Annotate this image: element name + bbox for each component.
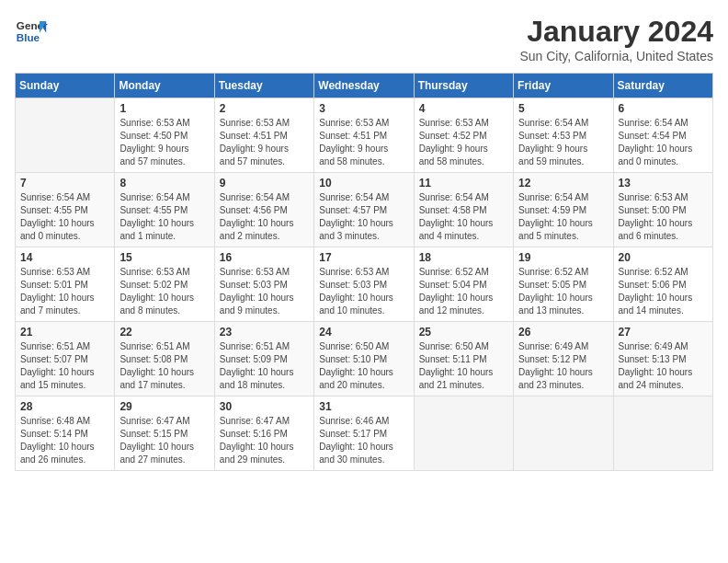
- day-number: 27: [619, 326, 708, 339]
- day-number: 21: [20, 326, 109, 339]
- calendar-day-cell: 21Sunrise: 6:51 AM Sunset: 5:07 PM Dayli…: [16, 322, 115, 396]
- calendar-day-cell: 31Sunrise: 6:46 AM Sunset: 5:17 PM Dayli…: [314, 396, 414, 471]
- day-number: 29: [119, 400, 209, 413]
- calendar-day-cell: 30Sunrise: 6:47 AM Sunset: 5:16 PM Dayli…: [214, 396, 313, 471]
- calendar-day-cell: 2Sunrise: 6:53 AM Sunset: 4:51 PM Daylig…: [214, 98, 313, 173]
- day-info: Sunrise: 6:49 AM Sunset: 5:12 PM Dayligh…: [518, 340, 608, 392]
- calendar-day-cell: 8Sunrise: 6:54 AM Sunset: 4:55 PM Daylig…: [115, 173, 214, 247]
- month-title: January 2024: [519, 15, 713, 49]
- title-block: January 2024 Sun City, California, Unite…: [519, 15, 713, 63]
- day-number: 4: [419, 102, 508, 115]
- day-info: Sunrise: 6:50 AM Sunset: 5:10 PM Dayligh…: [319, 340, 408, 392]
- calendar-day-cell: 6Sunrise: 6:54 AM Sunset: 4:54 PM Daylig…: [613, 98, 712, 173]
- day-number: 28: [20, 400, 109, 413]
- calendar-day-cell: 20Sunrise: 6:52 AM Sunset: 5:06 PM Dayli…: [613, 247, 712, 322]
- day-number: 10: [319, 177, 408, 190]
- day-number: 5: [518, 102, 608, 115]
- calendar-day-cell: 28Sunrise: 6:48 AM Sunset: 5:14 PM Dayli…: [16, 396, 115, 471]
- calendar-day-cell: 27Sunrise: 6:49 AM Sunset: 5:13 PM Dayli…: [613, 322, 712, 396]
- day-info: Sunrise: 6:47 AM Sunset: 5:16 PM Dayligh…: [220, 415, 309, 466]
- day-number: 1: [119, 102, 209, 115]
- day-info: Sunrise: 6:54 AM Sunset: 4:57 PM Dayligh…: [319, 191, 408, 243]
- day-info: Sunrise: 6:49 AM Sunset: 5:13 PM Dayligh…: [619, 340, 708, 392]
- day-info: Sunrise: 6:54 AM Sunset: 4:53 PM Dayligh…: [518, 117, 608, 168]
- calendar-week-row: 1Sunrise: 6:53 AM Sunset: 4:50 PM Daylig…: [16, 98, 713, 173]
- calendar-day-cell: 24Sunrise: 6:50 AM Sunset: 5:10 PM Dayli…: [314, 322, 414, 396]
- day-info: Sunrise: 6:51 AM Sunset: 5:08 PM Dayligh…: [119, 340, 209, 392]
- calendar-table: SundayMondayTuesdayWednesdayThursdayFrid…: [15, 73, 713, 471]
- location: Sun City, California, United States: [519, 49, 713, 63]
- day-number: 6: [619, 102, 708, 115]
- calendar-day-cell: [514, 396, 613, 471]
- calendar-day-cell: 18Sunrise: 6:52 AM Sunset: 5:04 PM Dayli…: [414, 247, 513, 322]
- day-info: Sunrise: 6:54 AM Sunset: 4:55 PM Dayligh…: [20, 191, 109, 243]
- calendar-day-cell: 16Sunrise: 6:53 AM Sunset: 5:03 PM Dayli…: [214, 247, 313, 322]
- day-info: Sunrise: 6:53 AM Sunset: 5:01 PM Dayligh…: [20, 266, 109, 317]
- day-info: Sunrise: 6:53 AM Sunset: 4:52 PM Dayligh…: [419, 117, 508, 168]
- weekday-header: Thursday: [414, 74, 513, 98]
- calendar-week-row: 7Sunrise: 6:54 AM Sunset: 4:55 PM Daylig…: [16, 173, 713, 247]
- day-number: 24: [319, 326, 408, 339]
- day-number: 3: [319, 102, 408, 115]
- calendar-day-cell: 17Sunrise: 6:53 AM Sunset: 5:03 PM Dayli…: [314, 247, 414, 322]
- day-info: Sunrise: 6:53 AM Sunset: 5:00 PM Dayligh…: [619, 191, 708, 243]
- day-info: Sunrise: 6:46 AM Sunset: 5:17 PM Dayligh…: [319, 415, 408, 466]
- day-info: Sunrise: 6:47 AM Sunset: 5:15 PM Dayligh…: [119, 415, 209, 466]
- weekday-header-row: SundayMondayTuesdayWednesdayThursdayFrid…: [16, 74, 713, 98]
- day-number: 22: [119, 326, 209, 339]
- day-info: Sunrise: 6:54 AM Sunset: 4:55 PM Dayligh…: [119, 191, 209, 243]
- day-number: 23: [220, 326, 309, 339]
- day-info: Sunrise: 6:52 AM Sunset: 5:04 PM Dayligh…: [419, 266, 508, 317]
- weekday-header: Monday: [115, 74, 214, 98]
- day-number: 8: [119, 177, 209, 190]
- day-number: 16: [220, 251, 309, 264]
- day-number: 12: [518, 177, 608, 190]
- day-info: Sunrise: 6:48 AM Sunset: 5:14 PM Dayligh…: [20, 415, 109, 466]
- logo: General Blue: [15, 15, 48, 48]
- day-number: 7: [20, 177, 109, 190]
- calendar-day-cell: 5Sunrise: 6:54 AM Sunset: 4:53 PM Daylig…: [514, 98, 613, 173]
- day-number: 18: [419, 251, 508, 264]
- day-number: 14: [20, 251, 109, 264]
- day-number: 30: [220, 400, 309, 413]
- calendar-day-cell: 19Sunrise: 6:52 AM Sunset: 5:05 PM Dayli…: [514, 247, 613, 322]
- day-number: 9: [220, 177, 309, 190]
- svg-text:Blue: Blue: [17, 31, 40, 43]
- day-info: Sunrise: 6:52 AM Sunset: 5:05 PM Dayligh…: [518, 266, 608, 317]
- weekday-header: Saturday: [613, 74, 712, 98]
- calendar-day-cell: 11Sunrise: 6:54 AM Sunset: 4:58 PM Dayli…: [414, 173, 513, 247]
- day-number: 11: [419, 177, 508, 190]
- day-info: Sunrise: 6:53 AM Sunset: 4:51 PM Dayligh…: [220, 117, 309, 168]
- day-number: 2: [220, 102, 309, 115]
- calendar-day-cell: [16, 98, 115, 173]
- calendar-day-cell: 10Sunrise: 6:54 AM Sunset: 4:57 PM Dayli…: [314, 173, 414, 247]
- calendar-day-cell: 15Sunrise: 6:53 AM Sunset: 5:02 PM Dayli…: [115, 247, 214, 322]
- weekday-header: Sunday: [16, 74, 115, 98]
- calendar-day-cell: 29Sunrise: 6:47 AM Sunset: 5:15 PM Dayli…: [115, 396, 214, 471]
- day-info: Sunrise: 6:51 AM Sunset: 5:07 PM Dayligh…: [20, 340, 109, 392]
- day-info: Sunrise: 6:50 AM Sunset: 5:11 PM Dayligh…: [419, 340, 508, 392]
- weekday-header: Tuesday: [214, 74, 313, 98]
- day-number: 15: [119, 251, 209, 264]
- day-number: 31: [319, 400, 408, 413]
- day-number: 19: [518, 251, 608, 264]
- calendar-day-cell: 26Sunrise: 6:49 AM Sunset: 5:12 PM Dayli…: [514, 322, 613, 396]
- day-info: Sunrise: 6:53 AM Sunset: 5:03 PM Dayligh…: [220, 266, 309, 317]
- calendar-day-cell: 13Sunrise: 6:53 AM Sunset: 5:00 PM Dayli…: [613, 173, 712, 247]
- logo-icon: General Blue: [15, 15, 48, 48]
- calendar-week-row: 21Sunrise: 6:51 AM Sunset: 5:07 PM Dayli…: [16, 322, 713, 396]
- page-header: General Blue January 2024 Sun City, Cali…: [15, 15, 713, 63]
- day-info: Sunrise: 6:53 AM Sunset: 4:50 PM Dayligh…: [119, 117, 209, 168]
- day-number: 17: [319, 251, 408, 264]
- day-number: 26: [518, 326, 608, 339]
- day-number: 25: [419, 326, 508, 339]
- day-info: Sunrise: 6:52 AM Sunset: 5:06 PM Dayligh…: [619, 266, 708, 317]
- day-info: Sunrise: 6:54 AM Sunset: 4:59 PM Dayligh…: [518, 191, 608, 243]
- day-number: 13: [619, 177, 708, 190]
- calendar-day-cell: 9Sunrise: 6:54 AM Sunset: 4:56 PM Daylig…: [214, 173, 313, 247]
- calendar-day-cell: 14Sunrise: 6:53 AM Sunset: 5:01 PM Dayli…: [16, 247, 115, 322]
- day-info: Sunrise: 6:54 AM Sunset: 4:56 PM Dayligh…: [220, 191, 309, 243]
- day-info: Sunrise: 6:51 AM Sunset: 5:09 PM Dayligh…: [220, 340, 309, 392]
- calendar-day-cell: 23Sunrise: 6:51 AM Sunset: 5:09 PM Dayli…: [214, 322, 313, 396]
- weekday-header: Friday: [514, 74, 613, 98]
